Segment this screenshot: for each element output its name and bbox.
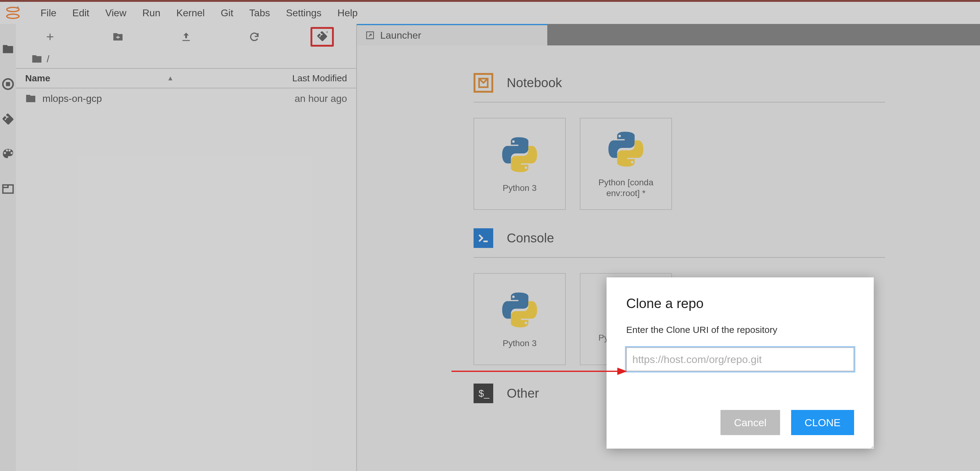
- running-icon[interactable]: [1, 77, 15, 91]
- menu-run[interactable]: Run: [134, 4, 168, 22]
- git-icon[interactable]: [1, 112, 15, 126]
- tab-launcher[interactable]: Launcher: [357, 24, 547, 45]
- clone-repo-dialog: Clone a repo Enter the Clone URI of the …: [606, 278, 874, 449]
- file-list-header[interactable]: Name ▲ Last Modified: [16, 68, 356, 88]
- card-label: Python 3: [503, 182, 537, 193]
- jupyter-logo-icon: [6, 6, 20, 20]
- file-browser: + / Name ▲ Last Modified mlops-on-gcp an…: [16, 24, 357, 471]
- activity-bar: [0, 24, 16, 471]
- folder-icon: [31, 53, 42, 65]
- python-icon: [606, 129, 646, 169]
- file-toolbar: +: [16, 24, 356, 50]
- refresh-button[interactable]: [220, 31, 288, 42]
- file-name: mlops-on-gcp: [42, 93, 102, 104]
- upload-button[interactable]: [152, 31, 220, 42]
- tab-bar: Launcher: [357, 24, 980, 45]
- menu-tabs[interactable]: Tabs: [242, 4, 278, 22]
- column-modified[interactable]: Last Modified: [293, 73, 347, 84]
- console-icon: [474, 228, 493, 248]
- annotation-arrow-icon: [452, 362, 630, 381]
- cancel-button[interactable]: Cancel: [721, 410, 780, 435]
- python-icon: [500, 290, 539, 330]
- file-modified: an hour ago: [294, 93, 347, 104]
- svg-point-2: [17, 6, 19, 8]
- launcher-card-python3-console[interactable]: Python 3: [474, 273, 566, 365]
- menu-kernel[interactable]: Kernel: [168, 4, 213, 22]
- git-clone-button[interactable]: +: [288, 27, 356, 47]
- svg-text:+: +: [326, 31, 328, 34]
- folder-icon[interactable]: [1, 42, 15, 56]
- sort-asc-icon: ▲: [167, 74, 174, 82]
- svg-rect-4: [6, 82, 10, 86]
- menu-file[interactable]: File: [33, 4, 65, 22]
- svg-text:$_: $_: [479, 388, 490, 399]
- launch-icon: [366, 31, 375, 40]
- file-row[interactable]: mlops-on-gcp an hour ago: [16, 88, 356, 109]
- card-label: Python [conda env:root] *: [585, 177, 667, 198]
- new-launcher-button[interactable]: [16, 31, 84, 42]
- palette-icon[interactable]: [1, 147, 15, 161]
- launcher-card-python3[interactable]: Python 3: [474, 118, 566, 210]
- notebook-icon: [474, 73, 493, 93]
- menu-help[interactable]: Help: [329, 4, 366, 22]
- section-title: Notebook: [507, 76, 562, 90]
- terminal-icon: $_: [474, 384, 493, 403]
- svg-marker-10: [617, 368, 627, 375]
- tabs-icon[interactable]: [1, 182, 15, 196]
- menu-settings[interactable]: Settings: [278, 4, 329, 22]
- tab-label: Launcher: [380, 30, 421, 41]
- breadcrumb-path: /: [47, 53, 49, 65]
- section-notebook: Notebook Python 3 Python [conda env:root…: [474, 73, 980, 210]
- column-name[interactable]: Name: [25, 73, 50, 84]
- clone-button[interactable]: CLONE: [791, 410, 854, 435]
- card-label: Python 3: [503, 338, 537, 349]
- launcher-card-conda-root[interactable]: Python [conda env:root] *: [580, 118, 672, 210]
- new-folder-button[interactable]: [84, 31, 152, 42]
- folder-icon: [25, 93, 36, 104]
- menu-view[interactable]: View: [97, 4, 135, 22]
- dialog-title: Clone a repo: [626, 296, 854, 311]
- breadcrumb[interactable]: /: [16, 50, 356, 68]
- section-title: Console: [507, 231, 554, 246]
- svg-point-1: [7, 14, 19, 18]
- menu-git[interactable]: Git: [213, 4, 242, 22]
- menu-edit[interactable]: Edit: [65, 4, 97, 22]
- section-title: Other: [507, 386, 539, 401]
- clone-uri-input[interactable]: [626, 347, 854, 371]
- dialog-prompt: Enter the Clone URI of the repository: [626, 325, 854, 335]
- python-icon: [500, 135, 539, 174]
- menu-bar: File Edit View Run Kernel Git Tabs Setti…: [0, 0, 980, 24]
